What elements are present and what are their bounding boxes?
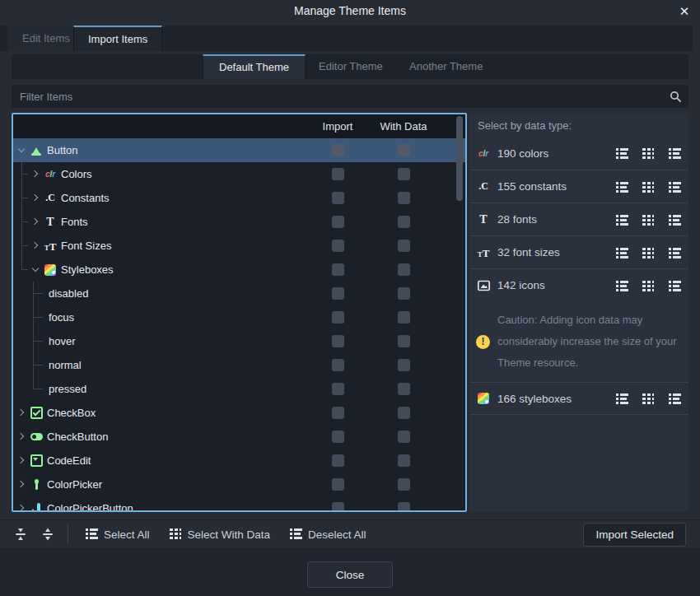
- tree-item-label: CheckBox: [47, 407, 96, 419]
- tree-item-focus[interactable]: focus: [13, 305, 465, 329]
- chevron-right-icon[interactable]: [16, 479, 27, 490]
- with-data-checkbox[interactable]: [398, 287, 410, 300]
- data-type-count-label: 166 styleboxes: [497, 393, 603, 405]
- select-with-data-button[interactable]: Select With Data: [163, 524, 278, 545]
- with-data-checkbox[interactable]: [398, 359, 410, 371]
- import-selected-button[interactable]: Import Selected: [583, 523, 686, 547]
- chevron-right-icon[interactable]: [30, 217, 41, 227]
- with-data-checkbox[interactable]: [398, 311, 410, 324]
- tree-item-styleboxes[interactable]: Styleboxes: [13, 258, 465, 282]
- expand-all-icon[interactable]: [39, 525, 57, 543]
- import-checkbox[interactable]: [332, 478, 344, 491]
- import-checkbox[interactable]: [332, 407, 344, 419]
- import-checkbox[interactable]: [332, 263, 344, 276]
- import-checkbox[interactable]: [332, 287, 344, 300]
- tree-item-fonts[interactable]: TFonts: [13, 210, 465, 234]
- deselect-all-of-type-button[interactable]: [667, 391, 682, 406]
- chevron-right-icon[interactable]: [16, 407, 27, 418]
- tree-item-colorpickerbutton[interactable]: ColorPickerButton: [13, 496, 465, 510]
- deselect-all-of-type-button[interactable]: [667, 146, 682, 161]
- chevron-right-icon[interactable]: [16, 431, 27, 442]
- tree-item-button[interactable]: Button: [13, 138, 465, 162]
- select-with-data-of-type-button[interactable]: [641, 391, 656, 406]
- import-checkbox[interactable]: [332, 502, 344, 510]
- tree-item-colors[interactable]: clrColors: [13, 162, 465, 186]
- chevron-right-icon[interactable]: [16, 503, 27, 510]
- data-type-count-label: 28 fonts: [497, 213, 603, 226]
- chevron-right-icon[interactable]: [30, 193, 41, 203]
- with-data-checkbox[interactable]: [398, 192, 410, 204]
- list-check-icon: [290, 528, 302, 542]
- import-checkbox[interactable]: [332, 454, 344, 467]
- tree-item-checkbox[interactable]: CheckBox: [13, 401, 465, 425]
- select-with-data-of-type-button[interactable]: [641, 179, 656, 194]
- tab-editor-theme[interactable]: Editor Theme: [303, 54, 399, 79]
- tree-item-label: ColorPicker: [47, 478, 102, 491]
- select-with-data-of-type-button[interactable]: [641, 212, 656, 227]
- deselect-all-of-type-button[interactable]: [667, 179, 682, 194]
- chevron-right-icon[interactable]: [30, 169, 41, 179]
- with-data-checkbox[interactable]: [398, 431, 410, 443]
- fonts-icon: T: [43, 215, 58, 229]
- tree-item-normal[interactable]: normal: [13, 353, 465, 377]
- deselect-all-of-type-button[interactable]: [667, 245, 682, 260]
- select-all-of-type-button[interactable]: [614, 391, 629, 406]
- import-checkbox[interactable]: [332, 359, 344, 371]
- select-with-data-of-type-button[interactable]: [641, 245, 656, 260]
- tab-default-theme[interactable]: Default Theme: [203, 54, 306, 79]
- tree-item-pressed[interactable]: pressed: [13, 377, 465, 401]
- collapse-all-icon[interactable]: [12, 525, 30, 543]
- select-all-of-type-button[interactable]: [614, 146, 629, 161]
- tree-item-colorpicker[interactable]: ColorPicker: [13, 473, 465, 496]
- tree-item-disabled[interactable]: disabled: [13, 282, 465, 305]
- filter-items-input[interactable]: [12, 85, 688, 108]
- with-data-checkbox[interactable]: [398, 216, 410, 228]
- with-data-checkbox[interactable]: [398, 502, 410, 510]
- tree-scrollbar-thumb[interactable]: [456, 116, 463, 201]
- select-all-of-type-button[interactable]: [614, 212, 629, 227]
- chevron-down-icon[interactable]: [16, 145, 27, 156]
- import-checkbox[interactable]: [332, 383, 344, 395]
- deselect-all-of-type-button[interactable]: [667, 212, 682, 227]
- import-checkbox[interactable]: [332, 335, 344, 347]
- tree-item-checkbutton[interactable]: CheckButton: [13, 425, 465, 449]
- icons-icon: [476, 278, 491, 292]
- import-checkbox[interactable]: [332, 192, 344, 204]
- with-data-checkbox[interactable]: [398, 144, 410, 156]
- with-data-checkbox[interactable]: [398, 478, 410, 491]
- chevron-down-icon[interactable]: [30, 264, 41, 275]
- with-data-checkbox[interactable]: [398, 383, 410, 395]
- with-data-checkbox[interactable]: [398, 263, 410, 276]
- with-data-checkbox[interactable]: [398, 168, 410, 180]
- select-with-data-of-type-button[interactable]: [641, 278, 656, 293]
- select-all-of-type-button[interactable]: [614, 179, 629, 194]
- tree-item-constants[interactable]: .CConstants: [13, 186, 465, 210]
- tab-another-theme[interactable]: Another Theme: [394, 54, 498, 79]
- with-data-checkbox[interactable]: [398, 335, 410, 347]
- select-all-of-type-button[interactable]: [614, 245, 629, 260]
- import-checkbox[interactable]: [332, 216, 344, 228]
- close-button[interactable]: Close: [307, 561, 393, 588]
- import-checkbox[interactable]: [332, 168, 344, 180]
- import-checkbox[interactable]: [332, 144, 344, 156]
- with-data-checkbox[interactable]: [398, 240, 410, 252]
- with-data-checkbox[interactable]: [398, 454, 410, 467]
- import-checkbox[interactable]: [332, 431, 344, 443]
- select-all-of-type-button[interactable]: [614, 278, 629, 293]
- with-data-checkbox[interactable]: [398, 407, 410, 419]
- tab-import-items[interactable]: Import Items: [73, 26, 162, 51]
- select-all-button[interactable]: Select All: [79, 524, 156, 545]
- tree-item-font-sizes[interactable]: TTFont Sizes: [13, 234, 465, 258]
- tree-item-label: CheckButton: [47, 431, 108, 443]
- tree-item-hover[interactable]: hover: [13, 329, 465, 353]
- chevron-right-icon[interactable]: [30, 240, 41, 251]
- import-checkbox[interactable]: [332, 240, 344, 252]
- tree-guide-dash: [33, 293, 43, 294]
- select-with-data-of-type-button[interactable]: [641, 146, 656, 161]
- deselect-all-button[interactable]: Deselect All: [283, 524, 373, 545]
- tree-item-codeedit[interactable]: CodeEdit: [13, 449, 465, 473]
- close-icon[interactable]: ✕: [675, 2, 693, 21]
- import-checkbox[interactable]: [332, 311, 344, 324]
- deselect-all-of-type-button[interactable]: [667, 278, 682, 293]
- chevron-right-icon[interactable]: [16, 455, 27, 466]
